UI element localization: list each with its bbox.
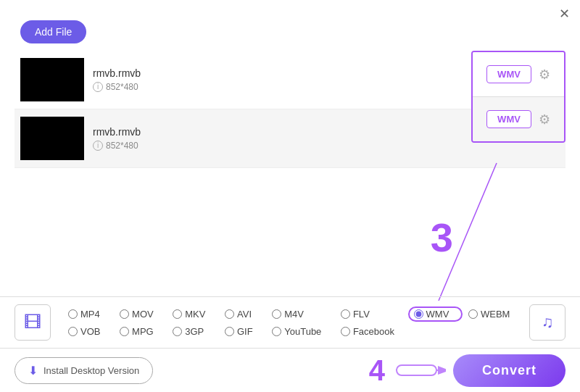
format-option-flv[interactable]: FLV xyxy=(335,306,408,322)
music-icon: ♫ xyxy=(542,313,554,332)
format-option-m4v[interactable]: M4V xyxy=(266,306,335,322)
action-bar: ⬇ Install Desktop Version 4 Convert xyxy=(0,349,580,392)
file-info-2: rmvb.rmvb i 852*480 xyxy=(93,126,464,151)
step4-arrow-icon xyxy=(395,359,446,381)
format-option-facebook[interactable]: Facebook xyxy=(335,325,408,338)
radio-mkv[interactable] xyxy=(173,309,182,319)
close-button[interactable]: ✕ xyxy=(559,7,570,20)
step3-label: 3 xyxy=(431,214,453,261)
download-icon: ⬇ xyxy=(28,364,38,378)
format-bar: 🎞 MP4 MOV MKV AVI M4V FLV WMV WEBM xyxy=(0,296,580,349)
radio-group: MP4 MOV MKV AVI M4V FLV WMV WEBM VOB MPG xyxy=(62,306,523,338)
gear-icon-2[interactable]: ⚙ xyxy=(539,112,550,128)
format-option-vob[interactable]: VOB xyxy=(62,325,114,338)
radio-avi[interactable] xyxy=(225,309,234,319)
music-icon-box: ♫ xyxy=(529,304,566,341)
format-option-gif[interactable]: GIF xyxy=(219,325,266,338)
file-name-2: rmvb.rmvb xyxy=(93,126,464,138)
radio-m4v[interactable] xyxy=(272,309,281,319)
format-option-youtube[interactable]: YouTube xyxy=(266,325,335,338)
svg-rect-1 xyxy=(397,365,436,375)
step4-label: 4 xyxy=(369,354,385,387)
radio-flv[interactable] xyxy=(341,309,350,319)
format-row-2: WMV ⚙ xyxy=(473,96,564,141)
radio-youtube[interactable] xyxy=(272,327,281,336)
radio-mp4[interactable] xyxy=(68,309,78,319)
format-option-wmv[interactable]: WMV xyxy=(408,306,463,322)
file-info-1: rmvb.rmvb i 852*480 xyxy=(93,67,464,92)
file-meta-2: i 852*480 xyxy=(93,141,464,151)
radio-mov[interactable] xyxy=(120,309,129,319)
info-icon-2: i xyxy=(93,141,103,151)
format-option-webm[interactable]: WEBM xyxy=(463,306,523,322)
format-option-mpg[interactable]: MPG xyxy=(114,325,167,338)
format-row-1: WMV ⚙ xyxy=(473,52,564,96)
right-actions: 4 Convert xyxy=(369,354,566,387)
install-label: Install Desktop Version xyxy=(44,365,139,376)
radio-vob[interactable] xyxy=(68,327,78,336)
wmv-button-2[interactable]: WMV xyxy=(486,110,531,128)
radio-gif[interactable] xyxy=(225,327,234,336)
convert-button[interactable]: Convert xyxy=(453,354,566,387)
file-resolution-1: 852*480 xyxy=(106,82,138,92)
radio-facebook[interactable] xyxy=(341,327,350,336)
file-thumbnail-1 xyxy=(20,58,84,101)
format-option-mp4[interactable]: MP4 xyxy=(62,306,114,322)
format-option-mkv[interactable]: MKV xyxy=(167,306,219,322)
install-button[interactable]: ⬇ Install Desktop Version xyxy=(14,357,153,384)
add-file-button[interactable]: Add File xyxy=(20,20,86,43)
file-meta-1: i 852*480 xyxy=(93,82,464,92)
film-icon: 🎞 xyxy=(24,312,41,333)
info-icon-1: i xyxy=(93,82,103,92)
file-thumbnail-2 xyxy=(20,117,84,160)
film-icon-box: 🎞 xyxy=(14,304,51,341)
gear-icon-1[interactable]: ⚙ xyxy=(539,67,550,83)
radio-wmv[interactable] xyxy=(414,309,423,319)
file-name-1: rmvb.rmvb xyxy=(93,67,464,79)
radio-webm[interactable] xyxy=(468,309,478,319)
format-panel: WMV ⚙ WMV ⚙ xyxy=(471,51,566,143)
radio-3gp[interactable] xyxy=(173,327,182,336)
wmv-button-1[interactable]: WMV xyxy=(486,65,531,83)
format-option-mov[interactable]: MOV xyxy=(114,306,167,322)
file-resolution-2: 852*480 xyxy=(106,141,138,151)
radio-mpg[interactable] xyxy=(120,327,129,336)
format-option-avi[interactable]: AVI xyxy=(219,306,266,322)
format-option-3gp[interactable]: 3GP xyxy=(167,325,219,338)
